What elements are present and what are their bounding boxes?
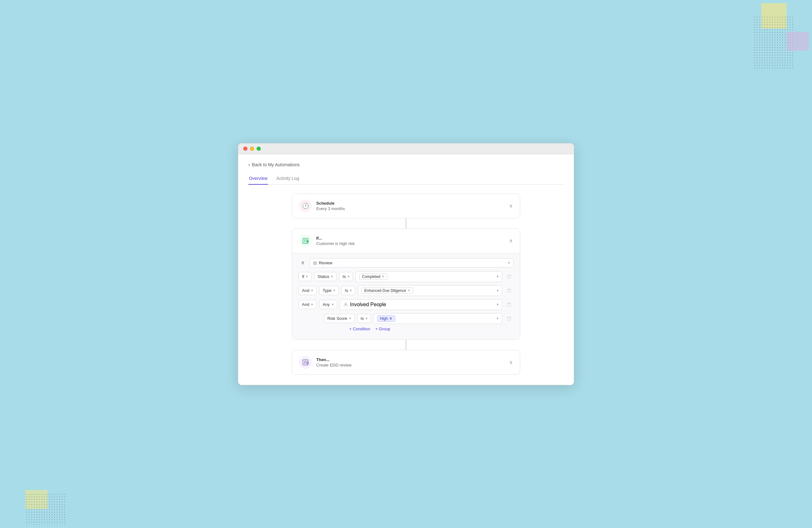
bg-decoration-purple-tr	[787, 32, 809, 51]
risk-value-box: High ✕ ▾	[374, 313, 502, 324]
connector-and-1-dropdown[interactable]: And ▾	[299, 286, 317, 295]
trash-icon-2	[507, 288, 512, 293]
title-bar	[238, 143, 574, 154]
risk-score-caret: ▾	[349, 316, 351, 320]
condition-icon	[299, 234, 312, 247]
review-dropdown[interactable]: ▤ Review ▾	[309, 258, 513, 268]
people-caret[interactable]: ▾	[497, 302, 498, 306]
trash-icon-4	[507, 316, 512, 321]
status-value-caret[interactable]: ▾	[497, 274, 498, 279]
people-row-delete[interactable]	[505, 300, 513, 309]
tab-activity-log[interactable]: Activity Log	[276, 174, 300, 185]
bg-decoration-yellow-tr	[761, 3, 787, 29]
high-tag: High ✕	[377, 315, 395, 322]
status-field-dropdown[interactable]: Status ▾	[314, 272, 336, 281]
type-field-dropdown[interactable]: Type ▾	[319, 286, 339, 295]
person-icon	[343, 302, 348, 307]
then-icon-svg	[302, 359, 309, 366]
then-card-title: Then...	[316, 357, 351, 362]
status-label: Status	[318, 274, 329, 279]
if-label: If	[299, 259, 307, 267]
if-chevron-icon[interactable]: ∧	[509, 238, 513, 244]
schedule-card: 🕐 Schedule Every 3 months ∨	[292, 194, 520, 218]
connector-and-2-caret: ▾	[311, 302, 313, 306]
conditions-area: If ▤ Review ▾ If ▾	[292, 253, 520, 340]
back-nav-label: Back to My Automations	[252, 162, 300, 167]
risk-value-caret[interactable]: ▾	[497, 316, 498, 320]
if-card-left: If... Customer is high risk	[299, 234, 354, 247]
condition-row-status: If ▾ Status ▾ Is ▾ Co	[299, 271, 513, 282]
any-label: Any	[322, 302, 330, 307]
close-button[interactable]	[243, 147, 247, 151]
then-card: Then... Create EDD review ∨	[292, 350, 520, 375]
then-card-text: Then... Create EDD review	[316, 357, 351, 368]
risk-operator-caret: ▾	[366, 316, 368, 320]
high-tag-label: High	[380, 316, 388, 321]
maximize-button[interactable]	[257, 147, 261, 151]
schedule-subtitle: Every 3 months	[316, 206, 345, 211]
schedule-chevron-icon[interactable]: ∨	[509, 203, 513, 209]
type-operator-caret: ▾	[350, 288, 352, 292]
schedule-card-left: 🕐 Schedule Every 3 months	[299, 200, 345, 212]
completed-tag-close[interactable]: ✕	[381, 274, 385, 279]
then-card-left: Then... Create EDD review	[299, 356, 351, 369]
then-card-subtitle: Create EDD review	[316, 363, 351, 368]
sub-condition-area: Risk Score ▾ Is ▾ High ✕	[324, 313, 513, 331]
connector-and-1-label: And	[302, 288, 309, 293]
back-navigation[interactable]: ‹ Back to My Automations	[248, 162, 564, 168]
type-caret: ▾	[333, 288, 335, 292]
risk-operator-label: Is	[361, 316, 364, 321]
status-operator-label: Is	[343, 274, 346, 279]
type-row-delete[interactable]	[505, 286, 513, 295]
if-card-subtitle: Customer is high risk	[316, 241, 354, 246]
connector-1	[406, 218, 406, 228]
review-label: Review	[319, 260, 332, 265]
sub-condition-row-risk: Risk Score ▾ Is ▾ High ✕	[324, 313, 513, 324]
type-value-caret[interactable]: ▾	[497, 288, 498, 292]
type-operator-dropdown[interactable]: Is ▾	[341, 286, 355, 295]
browser-window: ‹ Back to My Automations Overview Activi…	[238, 143, 574, 385]
edd-tag-close[interactable]: ✕	[408, 288, 410, 292]
any-dropdown[interactable]: Any ▾	[319, 300, 337, 309]
add-condition-link[interactable]: + Condition	[349, 327, 370, 331]
then-card-header: Then... Create EDD review ∨	[299, 356, 513, 369]
connector-if-dropdown[interactable]: If ▾	[299, 272, 311, 281]
status-operator-dropdown[interactable]: Is ▾	[339, 272, 353, 281]
review-dropdown-caret: ▾	[508, 261, 510, 265]
then-chevron-icon[interactable]: ∨	[509, 359, 513, 365]
then-icon	[299, 356, 312, 369]
type-value-box: Enhanced Due Diligence ✕ ▾	[358, 285, 502, 296]
if-card: If... Customer is high risk ∧ If ▤	[292, 228, 520, 340]
trash-icon	[507, 274, 512, 279]
connector-if-label: If	[302, 274, 304, 279]
condition-row-people: And ▾ Any ▾ Involved People	[299, 299, 513, 310]
connector-if-caret: ▾	[306, 274, 308, 279]
bg-decoration-yellow-bl	[25, 490, 47, 509]
connector-and-2-dropdown[interactable]: And ▾	[299, 300, 317, 309]
flow-container: 🕐 Schedule Every 3 months ∨	[248, 194, 564, 375]
high-tag-close[interactable]: ✕	[389, 316, 392, 321]
condition-icon-svg	[302, 237, 309, 244]
condition-row-type: And ▾ Type ▾ Is ▾ Enh	[299, 285, 513, 296]
people-value-box: Involved People ▾	[340, 299, 502, 310]
if-review-row: If ▤ Review ▾	[299, 258, 513, 268]
tabs-container: Overview Activity Log	[248, 174, 564, 185]
minimize-button[interactable]	[250, 147, 254, 151]
svg-point-2	[345, 303, 346, 304]
risk-row-delete[interactable]	[505, 314, 513, 323]
if-card-title: If...	[316, 236, 354, 241]
status-row-delete[interactable]	[505, 272, 513, 281]
risk-operator-dropdown[interactable]: Is ▾	[357, 314, 371, 323]
risk-score-label: Risk Score	[327, 316, 347, 321]
edd-tag: Enhanced Due Diligence ✕	[361, 287, 413, 294]
risk-score-dropdown[interactable]: Risk Score ▾	[324, 314, 354, 323]
connector-and-2-label: And	[302, 302, 309, 307]
connector-and-1-caret: ▾	[311, 288, 313, 292]
if-card-header: If... Customer is high risk ∧	[292, 229, 520, 253]
trash-icon-3	[507, 302, 512, 307]
completed-tag-label: Completed	[362, 274, 380, 279]
tab-overview[interactable]: Overview	[248, 174, 268, 185]
edd-tag-label: Enhanced Due Diligence	[364, 288, 406, 293]
add-row: + Condition + Group	[349, 327, 513, 331]
add-group-link[interactable]: + Group	[375, 327, 390, 331]
